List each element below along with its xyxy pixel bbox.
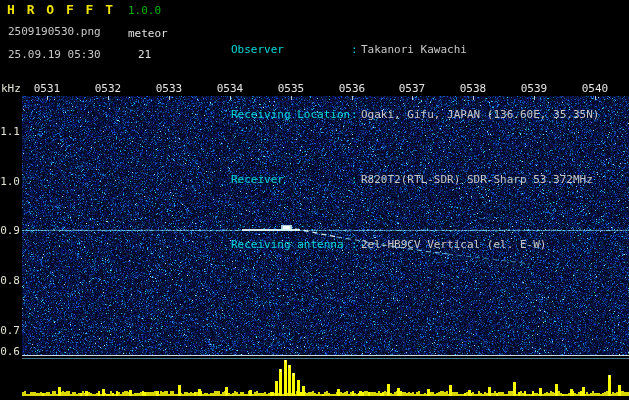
info-colon: : [351,108,361,121]
time-tick-label: 0535 [276,82,306,95]
info-row-location: Receiving Location:Ogaki, Gifu, JAPAN (1… [178,95,628,134]
info-label: Receiving antenna [231,238,351,251]
time-tick-label: 0536 [337,82,367,95]
time-tick-label: 0532 [93,82,123,95]
time-tick-label: 0538 [458,82,488,95]
echo-count: 21 [138,48,151,61]
time-tick-label: 0537 [397,82,427,95]
info-value: 2el-HB9CV Vertical (el. E-W) [361,238,546,251]
info-row-receiver: Receiver:R820T2(RTL-SDR) SDR-Sharp 53.37… [178,160,628,199]
info-value: Ogaki, Gifu, JAPAN (136.60E, 35.35N) [361,108,599,121]
app-version: 1.0.0 [128,4,161,17]
info-colon: : [351,173,361,186]
info-label: Receiving Location [231,108,351,121]
freq-tick-label: 0.9 [0,224,20,237]
info-row-antenna: Receiving antenna:2el-HB9CV Vertical (el… [178,225,628,264]
time-tick-label: 0533 [154,82,184,95]
freq-tick-label: 0.7 [0,324,20,337]
freq-tick-label: 0.6 [0,345,20,358]
time-tick-label: 0539 [519,82,549,95]
frequency-axis: kHz 1.1 1.0 0.9 0.8 0.7 0.6 [0,0,39,171]
info-colon: : [351,238,361,251]
freq-tick-label: 1.1 [0,125,20,138]
info-label: Observer [231,43,351,56]
time-tick-label: 0534 [215,82,245,95]
info-row-observer: Observer:Takanori Kawachi [178,30,628,69]
info-colon: : [351,43,361,56]
mode-label: meteor [128,27,168,40]
header: H R O F F T 1.0.0 2509190530.png meteor … [0,0,629,78]
time-tick-label: 0540 [580,82,610,95]
info-value: Takanori Kawachi [361,43,467,56]
freq-unit-label: kHz [1,82,21,95]
hrofft-window: H R O F F T 1.0.0 2509190530.png meteor … [0,0,629,400]
info-value: R820T2(RTL-SDR) SDR-Sharp 53.372MHz [361,173,593,186]
freq-tick-label: 0.8 [0,274,20,287]
freq-tick-label: 1.0 [0,175,20,188]
station-info: Observer:Takanori Kawachi Receiving Loca… [178,4,628,290]
info-label: Receiver [231,173,351,186]
